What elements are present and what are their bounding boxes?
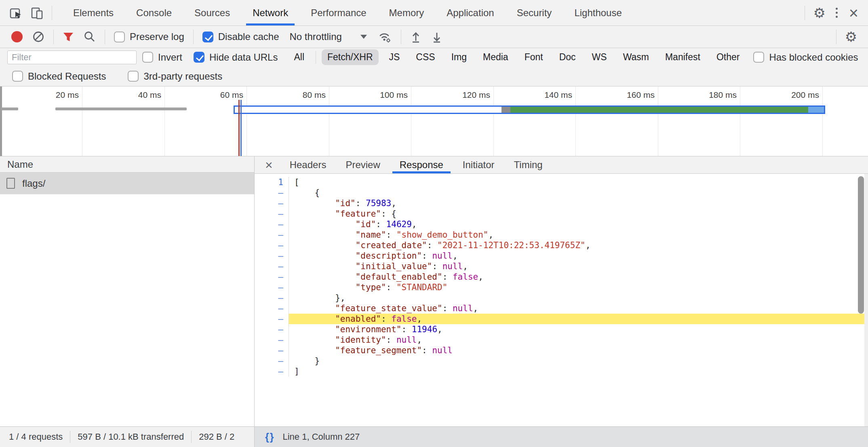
network-conditions-icon[interactable] <box>377 30 392 44</box>
preserve-log-control[interactable]: Preserve log <box>114 31 184 42</box>
tab-network[interactable]: Network <box>241 0 299 25</box>
filter-funnel-icon[interactable] <box>62 31 74 43</box>
chevron-down-icon <box>360 35 367 39</box>
response-code[interactable]: 1[– {– "id": 75983,– "feature": {– "id":… <box>255 174 868 426</box>
separator <box>316 51 316 64</box>
tab-lighthouse[interactable]: Lighthouse <box>563 0 633 25</box>
filter-type-js[interactable]: JS <box>383 49 406 65</box>
separator <box>52 6 52 20</box>
tab-sources[interactable]: Sources <box>183 0 241 25</box>
invert-checkbox[interactable] <box>142 52 153 63</box>
waterfall-bar[interactable] <box>1 108 18 110</box>
device-toolbar-icon[interactable] <box>27 2 48 23</box>
throttling-select[interactable]: No throttling <box>289 31 367 42</box>
line-content: ] <box>289 366 868 377</box>
record-network-log-button[interactable] <box>11 31 23 42</box>
filter-type-other[interactable]: Other <box>711 49 746 65</box>
tab-application[interactable]: Application <box>435 0 505 25</box>
inspect-element-icon[interactable] <box>6 2 27 23</box>
tab-label: Security <box>517 7 552 19</box>
preserve-log-checkbox[interactable] <box>114 32 125 42</box>
waterfall-segment-receiving <box>808 107 824 113</box>
tab-label: Network <box>253 7 288 19</box>
hide-data-urls-control[interactable]: Hide data URLs <box>194 52 278 63</box>
scrollbar-track[interactable] <box>864 174 868 426</box>
filter-type-all[interactable]: All <box>288 49 310 65</box>
detail-tab-timing[interactable]: Timing <box>504 156 552 173</box>
blocked-requests-label: Blocked Requests <box>28 71 106 82</box>
blocked-requests-checkbox[interactable] <box>12 71 23 82</box>
waterfall-bar-selected[interactable] <box>234 105 825 114</box>
filter-type-doc[interactable]: Doc <box>554 49 581 65</box>
timeline-gridline <box>822 86 823 156</box>
devtools-window: Elements Console Sources Network Perform… <box>0 0 868 447</box>
invert-control[interactable]: Invert <box>142 52 182 63</box>
code-line: –] <box>255 366 868 377</box>
disable-cache-checkbox[interactable] <box>202 32 213 42</box>
filter-type-wasm[interactable]: Wasm <box>617 49 655 65</box>
detail-tab-headers[interactable]: Headers <box>280 156 336 173</box>
import-har-icon[interactable] <box>410 30 422 43</box>
has-blocked-cookies-checkbox[interactable] <box>753 52 764 63</box>
more-options-icon[interactable] <box>830 8 843 18</box>
tab-elements[interactable]: Elements <box>62 0 125 25</box>
has-blocked-cookies-control[interactable]: Has blocked cookies <box>753 52 858 63</box>
export-har-icon[interactable] <box>431 30 443 43</box>
pretty-print-icon[interactable]: {} <box>265 431 274 443</box>
code-line: – { <box>255 188 868 198</box>
clear-network-log-icon[interactable] <box>32 30 45 43</box>
third-party-requests-control[interactable]: 3rd-party requests <box>128 71 222 82</box>
detail-tab-initiator[interactable]: Initiator <box>453 156 504 173</box>
scrollbar-thumb[interactable] <box>858 176 864 314</box>
blocked-requests-control[interactable]: Blocked Requests <box>12 71 106 82</box>
close-detail-icon[interactable]: × <box>258 158 280 171</box>
line-gutter: 1 <box>255 177 289 188</box>
separator <box>191 431 192 443</box>
line-content: "identity": null, <box>289 335 868 345</box>
hide-data-urls-checkbox[interactable] <box>194 52 204 63</box>
detail-tab-response[interactable]: Response <box>390 156 453 173</box>
line-content: "name": "show_demo_button", <box>289 230 868 240</box>
overview-timeline[interactable]: 20 ms40 ms60 ms80 ms100 ms120 ms140 ms16… <box>0 86 868 156</box>
detail-tab-preview[interactable]: Preview <box>336 156 390 173</box>
tab-performance[interactable]: Performance <box>299 0 377 25</box>
invert-label: Invert <box>158 52 182 63</box>
line-gutter: – <box>255 261 289 272</box>
tab-console[interactable]: Console <box>125 0 183 25</box>
filter-type-manifest[interactable]: Manifest <box>659 49 706 65</box>
main-tabbar: Elements Console Sources Network Perform… <box>0 0 868 26</box>
detail-tab-label: Response <box>400 159 443 171</box>
panel-tabs: Elements Console Sources Network Perform… <box>62 0 633 25</box>
request-detail-panel: × Headers Preview Response Initiator Tim… <box>255 156 868 426</box>
filter-input[interactable] <box>7 51 137 64</box>
name-header-label: Name <box>7 159 33 170</box>
tab-security[interactable]: Security <box>506 0 563 25</box>
line-gutter: – <box>255 240 289 251</box>
network-settings-gear-icon[interactable]: ⚙ <box>841 26 862 47</box>
filter-type-fetch-xhr[interactable]: Fetch/XHR <box>322 49 378 65</box>
tab-label: Application <box>447 7 494 19</box>
close-devtools-icon[interactable]: × <box>843 5 864 21</box>
waterfall-segment-waiting <box>235 107 501 113</box>
filter-type-font[interactable]: Font <box>519 49 549 65</box>
code-line: – "created_date": "2021-11-12T10:22:53.4… <box>255 240 868 251</box>
third-party-requests-checkbox[interactable] <box>128 71 139 82</box>
line-content: "id": 75983, <box>289 198 868 209</box>
tab-memory[interactable]: Memory <box>378 0 436 25</box>
timeline-tick-label: 140 ms <box>491 90 572 100</box>
network-settings-controls: ⚙ <box>832 26 862 47</box>
filter-type-css[interactable]: CSS <box>410 49 440 65</box>
filter-type-img[interactable]: Img <box>446 49 472 65</box>
timeline-tick-label: 80 ms <box>245 90 326 100</box>
timeline-tick-label: 200 ms <box>738 90 819 100</box>
tab-label: Elements <box>73 7 114 19</box>
search-icon[interactable] <box>83 30 96 43</box>
filter-type-ws[interactable]: WS <box>586 49 613 65</box>
filter-type-media[interactable]: Media <box>477 49 514 65</box>
waterfall-bar[interactable] <box>55 108 187 110</box>
disable-cache-control[interactable]: Disable cache <box>202 31 279 42</box>
detail-tab-label: Preview <box>346 159 380 171</box>
settings-gear-icon[interactable]: ⚙ <box>809 2 830 23</box>
request-row-flags[interactable]: flags/ <box>0 173 254 194</box>
name-column-header[interactable]: Name <box>0 156 254 173</box>
